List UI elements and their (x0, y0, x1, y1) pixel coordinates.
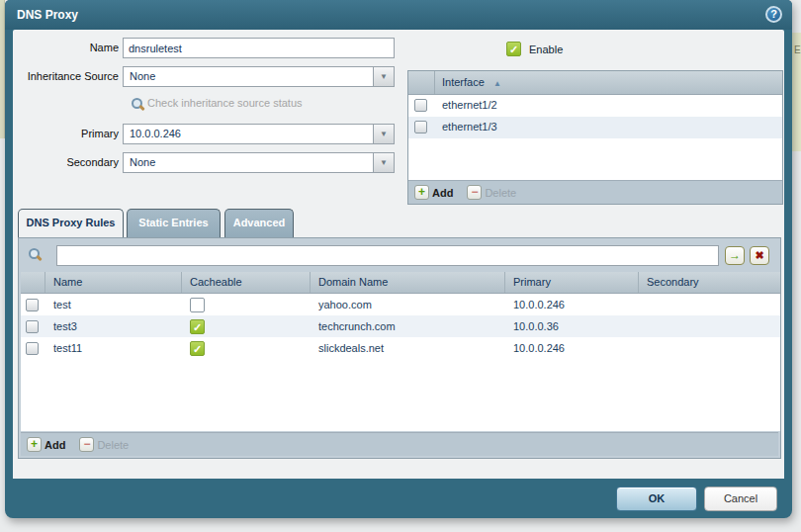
rule-primary: 10.0.0.36 (505, 320, 639, 332)
clear-filter-button[interactable]: ✖ (750, 246, 769, 265)
table-row[interactable]: test11 slickdeals.net 10.0.0.246 (21, 337, 780, 359)
enable-checkbox[interactable] (506, 42, 521, 56)
interface-name: ethernet1/2 (442, 99, 497, 111)
column-header-name[interactable]: Name (45, 272, 182, 293)
secondary-value: None (130, 156, 155, 168)
dialog-title: DNS Proxy (17, 8, 78, 22)
interface-column-header: Interface (442, 76, 485, 88)
check-inheritance-label: Check inheritance source status (147, 97, 303, 109)
chevron-down-icon[interactable]: ▼ (373, 125, 394, 143)
dialog-footer: OK Cancel (5, 479, 792, 518)
interface-table-toolbar: + Add − Delete (408, 180, 782, 204)
primary-label: Primary (13, 124, 119, 144)
cacheable-checkbox (190, 298, 205, 312)
column-header-cacheable[interactable]: Cacheable (182, 272, 311, 293)
search-input[interactable] (56, 245, 719, 266)
rule-name: test11 (45, 342, 182, 354)
interface-table: Interface ▲ ethernet1/2 ethernet1/3 + Ad… (407, 70, 783, 205)
delete-interface-button[interactable]: − Delete (467, 185, 516, 200)
minus-icon: − (467, 185, 482, 200)
search-icon (29, 248, 40, 259)
cancel-button[interactable]: Cancel (704, 487, 777, 511)
rule-primary: 10.0.0.246 (505, 299, 639, 310)
inheritance-source-dropdown[interactable]: None ▼ (123, 66, 395, 87)
row-select-checkbox[interactable] (26, 320, 39, 333)
rules-table-toolbar: + Add − Delete (21, 432, 778, 456)
interface-table-header[interactable]: Interface ▲ (408, 71, 782, 95)
rule-domain: yahoo.com (311, 299, 505, 310)
sort-ascending-icon: ▲ (493, 79, 501, 88)
row-select-checkbox[interactable] (26, 342, 39, 355)
dialog-body: Name Inheritance Source None ▼ Check inh… (13, 30, 784, 479)
magnifier-icon (132, 98, 142, 109)
add-rule-button[interactable]: + Add (27, 437, 65, 452)
inheritance-source-value: None (130, 70, 155, 82)
apply-filter-button[interactable]: → (725, 246, 745, 265)
minus-icon: − (79, 437, 94, 452)
check-inheritance-link[interactable]: Check inheritance source status (132, 97, 303, 109)
row-select-checkbox[interactable] (26, 299, 39, 311)
dialog-titlebar: DNS Proxy ? (5, 0, 792, 30)
tab-advanced[interactable]: Advanced (224, 209, 294, 237)
table-row[interactable]: test3 techcrunch.com 10.0.0.36 (21, 315, 780, 337)
background-partial-text: E (792, 33, 801, 151)
delete-rule-button[interactable]: − Delete (79, 437, 129, 452)
name-input[interactable] (123, 38, 395, 58)
select-all-column (21, 272, 45, 293)
column-divider (434, 71, 435, 94)
chevron-down-icon[interactable]: ▼ (373, 153, 394, 172)
tab-static-entries[interactable]: Static Entries (127, 209, 221, 237)
ok-button[interactable]: OK (616, 487, 697, 511)
enable-label: Enable (529, 44, 563, 55)
column-header-secondary[interactable]: Secondary (639, 272, 780, 293)
chevron-down-icon[interactable]: ▼ (373, 67, 394, 86)
column-header-primary[interactable]: Primary (505, 272, 639, 293)
rules-table: Name Cacheable Domain Name Primary Secon… (21, 272, 780, 431)
rule-primary: 10.0.0.246 (505, 342, 639, 354)
dns-proxy-rules-panel: → ✖ Name Cacheable Domain Name Primary S… (18, 237, 781, 459)
cacheable-checkbox (190, 319, 205, 334)
add-interface-button[interactable]: + Add (414, 185, 453, 200)
cacheable-checkbox (190, 341, 205, 356)
help-icon[interactable]: ? (765, 6, 782, 23)
tab-dns-proxy-rules[interactable]: DNS Proxy Rules (18, 209, 124, 237)
delete-label: Delete (485, 187, 516, 199)
row-select-checkbox[interactable] (414, 121, 427, 133)
secondary-label: Secondary (13, 152, 119, 173)
column-header-domain-name[interactable]: Domain Name (311, 272, 505, 293)
add-label: Add (432, 187, 453, 199)
plus-icon: + (27, 437, 42, 452)
rule-name: test3 (45, 320, 182, 332)
secondary-dropdown[interactable]: None ▼ (123, 152, 395, 173)
interface-name: ethernet1/3 (442, 121, 497, 133)
interface-row[interactable]: ethernet1/2 (408, 95, 782, 117)
plus-icon: + (414, 185, 429, 200)
rule-domain: techcrunch.com (311, 320, 505, 332)
rule-name: test (45, 299, 182, 310)
rule-domain: slickdeals.net (311, 342, 505, 354)
primary-dropdown[interactable]: 10.0.0.246 ▼ (123, 124, 395, 144)
interface-row[interactable]: ethernet1/3 (408, 117, 782, 138)
dns-proxy-dialog: DNS Proxy ? Name Inheritance Source None… (5, 0, 792, 518)
delete-label: Delete (97, 439, 129, 451)
enable-row: Enable (506, 42, 563, 56)
inheritance-source-label: Inheritance Source (13, 66, 119, 87)
add-label: Add (44, 439, 65, 451)
name-label: Name (13, 38, 119, 58)
table-row[interactable]: test yahoo.com 10.0.0.246 (21, 294, 780, 315)
row-select-checkbox[interactable] (414, 99, 427, 112)
rules-table-header: Name Cacheable Domain Name Primary Secon… (21, 272, 780, 294)
primary-value: 10.0.0.246 (130, 128, 181, 139)
